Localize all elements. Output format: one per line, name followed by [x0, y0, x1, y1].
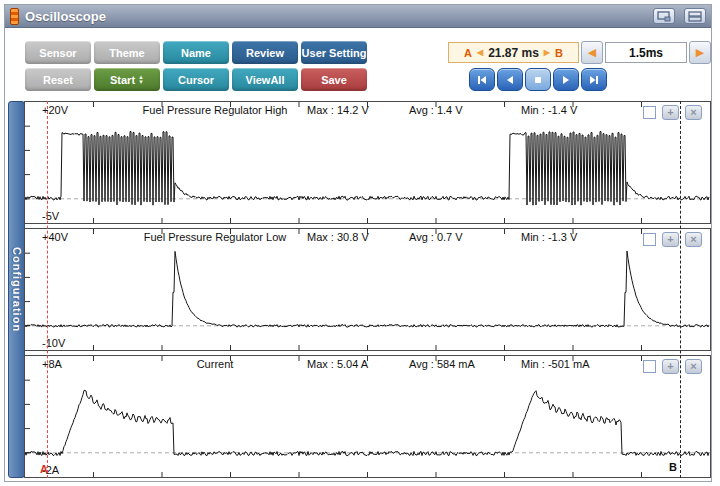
channel-panel-1: +20V Fuel Pressure Regulator High Max : … [24, 101, 711, 224]
titlebar: Oscilloscope [5, 5, 711, 28]
cursor-a-arrow-icon: ◀ [477, 48, 483, 57]
capture-icon [657, 11, 671, 22]
app-icon [10, 8, 19, 25]
skip-end-icon [588, 74, 600, 86]
skip-end-button[interactable] [581, 68, 607, 91]
user-setting-button[interactable]: User Setting [301, 41, 367, 64]
window-layout-button[interactable] [684, 8, 706, 24]
save-button[interactable]: Save [301, 68, 367, 91]
waveform-ch1 [25, 102, 710, 223]
channel-select-checkbox[interactable] [643, 233, 656, 246]
channel-zoom-button[interactable]: + [662, 105, 679, 120]
cursor-b-tag: B [555, 47, 563, 59]
right-arrow-icon: ▶ [696, 46, 704, 59]
review-button[interactable]: Review [232, 41, 298, 64]
reset-button[interactable]: Reset [25, 68, 91, 91]
avg-stat: Avg : 584 mA [409, 358, 475, 370]
cursor-b-line[interactable] [680, 101, 681, 478]
channel-zoom-button[interactable]: + [662, 232, 679, 247]
cursor-b-arrow-icon: ▶ [544, 48, 550, 57]
configuration-tab[interactable]: Configuration [8, 101, 25, 478]
scale-bottom-label: -5V [42, 210, 59, 222]
step-back-button[interactable] [497, 68, 523, 91]
max-stat: Max : 5.04 A [307, 358, 368, 370]
left-arrow-icon: ◀ [588, 46, 596, 59]
channel-select-checkbox[interactable] [643, 360, 656, 373]
skip-start-button[interactable] [469, 68, 495, 91]
channel-title: Fuel Pressure Regulator High [120, 104, 310, 116]
min-stat: Min : -1.4 V [521, 104, 577, 116]
oscilloscope-window: Oscilloscope Sensor Theme Name Review Us… [4, 4, 712, 482]
cursor-b-label: B [669, 461, 677, 473]
timebase-decrease-button[interactable]: ◀ [581, 41, 603, 64]
step-forward-icon [560, 74, 572, 86]
scale-top-label: +20V [42, 104, 68, 116]
timebase-value[interactable]: 1.5ms [605, 42, 687, 63]
playback-controls [469, 68, 607, 91]
start-button[interactable]: Start ▲▼ [94, 68, 160, 91]
waveform-ch2 [25, 229, 710, 350]
avg-stat: Avg : 0.7 V [409, 231, 463, 243]
scale-top-label: +40V [42, 231, 68, 243]
cursor-button[interactable]: Cursor [163, 68, 229, 91]
step-forward-button[interactable] [553, 68, 579, 91]
scale-bottom-label: -10V [42, 337, 65, 349]
timebase-increase-button[interactable]: ▶ [689, 41, 711, 64]
toolbar: Sensor Theme Name Review User Setting Re… [5, 29, 711, 100]
channel-close-button[interactable]: × [685, 359, 702, 374]
cursor-a-label: A [40, 463, 48, 475]
skip-start-icon [476, 74, 488, 86]
ab-cursor-readout: A ◀ 21.87 ms ▶ B [448, 42, 579, 63]
channel-zoom-button[interactable]: + [662, 359, 679, 374]
start-spinner-icon: ▲▼ [138, 75, 144, 85]
window-title: Oscilloscope [25, 9, 644, 24]
ab-delta-value: 21.87 ms [488, 46, 539, 60]
channel-title: Fuel Pressure Regulator Low [120, 231, 310, 243]
layout-icon [688, 11, 702, 22]
min-stat: Min : -1.3 V [521, 231, 577, 243]
step-back-icon [504, 74, 516, 86]
viewall-button[interactable]: ViewAll [232, 68, 298, 91]
min-stat: Min : -501 mA [521, 358, 589, 370]
name-button[interactable]: Name [163, 41, 229, 64]
channel-select-checkbox[interactable] [643, 106, 656, 119]
sensor-button[interactable]: Sensor [25, 41, 91, 64]
stop-icon [532, 74, 544, 86]
cursor-a-line[interactable] [47, 101, 48, 478]
max-stat: Max : 14.2 V [307, 104, 369, 116]
theme-button[interactable]: Theme [94, 41, 160, 64]
channel-panels: +20V Fuel Pressure Regulator High Max : … [24, 101, 711, 478]
window-capture-button[interactable] [653, 8, 675, 24]
channel-close-button[interactable]: × [685, 232, 702, 247]
channel-panel-2: +40V Fuel Pressure Regulator Low Max : 3… [24, 228, 711, 351]
scale-top-label: +8A [42, 358, 62, 370]
stop-button[interactable] [525, 68, 551, 91]
channel-panel-3: +8A Current Max : 5.04 A Avg : 584 mA Mi… [24, 355, 711, 478]
start-button-label: Start [110, 74, 135, 86]
channel-title: Current [120, 358, 310, 370]
waveform-ch3 [25, 356, 710, 477]
cursor-a-tag: A [464, 47, 472, 59]
avg-stat: Avg : 1.4 V [409, 104, 463, 116]
max-stat: Max : 30.8 V [307, 231, 369, 243]
channel-close-button[interactable]: × [685, 105, 702, 120]
